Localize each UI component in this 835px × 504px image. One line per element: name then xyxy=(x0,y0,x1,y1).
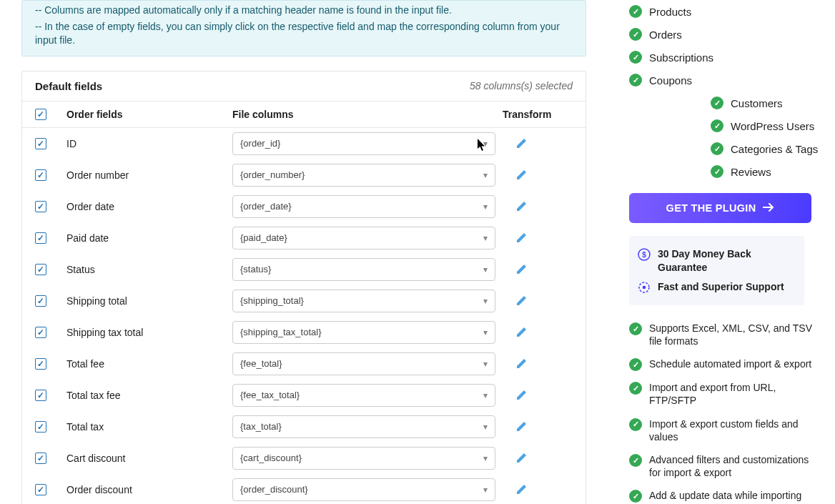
file-column-select[interactable]: {status}▾ xyxy=(232,258,495,281)
chevron-down-icon: ▾ xyxy=(483,327,488,337)
chevron-down-icon: ▾ xyxy=(483,170,488,180)
sidebar-feature-item: ✓Products xyxy=(629,0,820,23)
row-checkbox[interactable] xyxy=(35,390,46,401)
table-row: Status{status}▾ xyxy=(22,254,586,285)
table-row: ID{order_id}▾ xyxy=(22,128,586,159)
col-header-order-fields: Order fields xyxy=(66,109,232,120)
file-column-value: {order_number} xyxy=(240,169,305,180)
file-column-select[interactable]: {cart_discount}▾ xyxy=(232,447,495,470)
file-column-value: {fee_tax_total} xyxy=(240,390,300,400)
benefit-label: Import & export custom fields and values xyxy=(649,417,820,443)
file-column-select[interactable]: {order_number}▾ xyxy=(232,164,495,187)
file-column-select[interactable]: {tax_total}▾ xyxy=(232,415,495,438)
check-circle-icon: ✓ xyxy=(629,322,642,335)
file-column-select[interactable]: {order_date}▾ xyxy=(232,195,495,218)
check-circle-icon: ✓ xyxy=(629,74,642,87)
file-column-value: {fee_total} xyxy=(240,358,282,369)
svg-point-3 xyxy=(643,285,646,289)
chevron-down-icon: ▾ xyxy=(483,485,488,495)
edit-icon[interactable] xyxy=(515,201,527,212)
sidebar: ✓Products✓Orders✓Subscriptions✓Coupons ✓… xyxy=(601,0,833,504)
check-circle-icon: ✓ xyxy=(629,358,642,371)
order-field-label: ID xyxy=(66,138,232,149)
svg-text:$: $ xyxy=(642,251,646,259)
file-column-select[interactable]: {fee_total}▾ xyxy=(232,352,495,375)
master-checkbox[interactable] xyxy=(35,109,46,120)
money-back-icon: $ xyxy=(638,248,651,261)
benefit-label: Advanced filters and customizations for … xyxy=(649,453,820,479)
row-checkbox[interactable] xyxy=(35,484,46,495)
feature-label: Coupons xyxy=(649,74,692,87)
row-checkbox[interactable] xyxy=(35,138,46,149)
feature-label: WordPress Users xyxy=(731,120,814,132)
benefit-label: Import and export from URL, FTP/SFTP xyxy=(649,381,820,407)
get-plugin-button[interactable]: GET THE PLUGIN xyxy=(629,193,811,223)
check-circle-icon: ✓ xyxy=(629,5,642,18)
edit-icon[interactable] xyxy=(515,264,527,275)
table-row: Order discount{order_discount}▾ xyxy=(22,474,586,504)
file-column-select[interactable]: {paid_date}▾ xyxy=(232,227,495,249)
order-field-label: Total fee xyxy=(66,358,232,370)
edit-icon[interactable] xyxy=(515,138,527,149)
edit-icon[interactable] xyxy=(515,453,527,464)
order-field-label: Shipping tax total xyxy=(66,327,232,338)
chevron-down-icon: ▾ xyxy=(483,359,488,369)
check-circle-icon: ✓ xyxy=(629,382,642,395)
row-checkbox[interactable] xyxy=(35,264,46,275)
edit-icon[interactable] xyxy=(515,327,527,338)
edit-icon[interactable] xyxy=(515,390,527,401)
chevron-down-icon: ▾ xyxy=(483,390,488,400)
row-checkbox[interactable] xyxy=(35,295,46,307)
sidebar-feature-item: ✓Coupons xyxy=(629,69,820,92)
row-checkbox[interactable] xyxy=(35,327,46,338)
row-checkbox[interactable] xyxy=(35,421,46,433)
arrow-right-icon xyxy=(763,202,774,214)
default-fields-card: Default fields 58 columns(s) selected Or… xyxy=(21,71,586,504)
sidebar-feature-item: ✓Subscriptions xyxy=(629,46,820,69)
info-line-1: -- Columns are mapped automatically only… xyxy=(35,4,573,17)
edit-icon[interactable] xyxy=(515,484,527,495)
file-column-select[interactable]: {shipping_tax_total}▾ xyxy=(232,321,495,344)
order-field-label: Order number xyxy=(66,169,232,181)
check-circle-icon: ✓ xyxy=(629,28,642,41)
table-row: Total fee{fee_total}▾ xyxy=(22,348,586,380)
check-circle-icon: ✓ xyxy=(711,97,723,109)
edit-icon[interactable] xyxy=(515,421,527,433)
fields-selected-count: 58 columns(s) selected xyxy=(470,80,573,92)
money-back-text: 30 Day Money Back Guarantee xyxy=(658,247,796,275)
chevron-down-icon: ▾ xyxy=(483,265,488,275)
sidebar-feature-item: ✓Reviews xyxy=(629,160,820,183)
sidebar-feature-item: ✓WordPress Users xyxy=(629,114,820,137)
secondary-feature-list: ✓Customers✓WordPress Users✓Categories & … xyxy=(629,92,820,183)
edit-icon[interactable] xyxy=(515,169,527,181)
edit-icon[interactable] xyxy=(515,295,527,307)
file-column-value: {paid_date} xyxy=(240,232,287,243)
cta-label: GET THE PLUGIN xyxy=(666,202,756,214)
check-circle-icon: ✓ xyxy=(629,490,642,503)
benefit-item: ✓Add & update data while importing xyxy=(629,484,820,504)
feature-label: Orders xyxy=(649,29,682,41)
benefit-item: ✓Supports Excel, XML, CSV, and TSV file … xyxy=(629,317,820,352)
benefit-item: ✓Schedule automated import & export xyxy=(629,352,820,376)
file-column-select[interactable]: {fee_tax_total}▾ xyxy=(232,384,495,407)
row-checkbox[interactable] xyxy=(35,358,46,370)
row-checkbox[interactable] xyxy=(35,232,46,244)
fields-rows: ID{order_id}▾Order number{order_number}▾… xyxy=(22,128,586,504)
table-row: Paid date{paid_date}▾ xyxy=(22,222,586,254)
edit-icon[interactable] xyxy=(515,358,527,370)
edit-icon[interactable] xyxy=(515,232,527,244)
col-header-transform: Transform xyxy=(503,109,573,120)
chevron-down-icon: ▾ xyxy=(483,422,488,432)
order-field-label: Order discount xyxy=(66,484,232,495)
row-checkbox[interactable] xyxy=(35,201,46,212)
file-column-select[interactable]: {order_discount}▾ xyxy=(232,478,495,501)
table-row: Total tax{tax_total}▾ xyxy=(22,411,586,443)
chevron-down-icon: ▾ xyxy=(483,202,488,212)
feature-label: Subscriptions xyxy=(649,51,713,64)
order-field-label: Shipping total xyxy=(66,295,232,307)
file-column-select[interactable]: {shipping_total}▾ xyxy=(232,290,495,312)
row-checkbox[interactable] xyxy=(35,169,46,181)
sidebar-feature-item: ✓Orders xyxy=(629,23,820,46)
file-column-select[interactable]: {order_id}▾ xyxy=(232,132,495,155)
row-checkbox[interactable] xyxy=(35,453,46,464)
